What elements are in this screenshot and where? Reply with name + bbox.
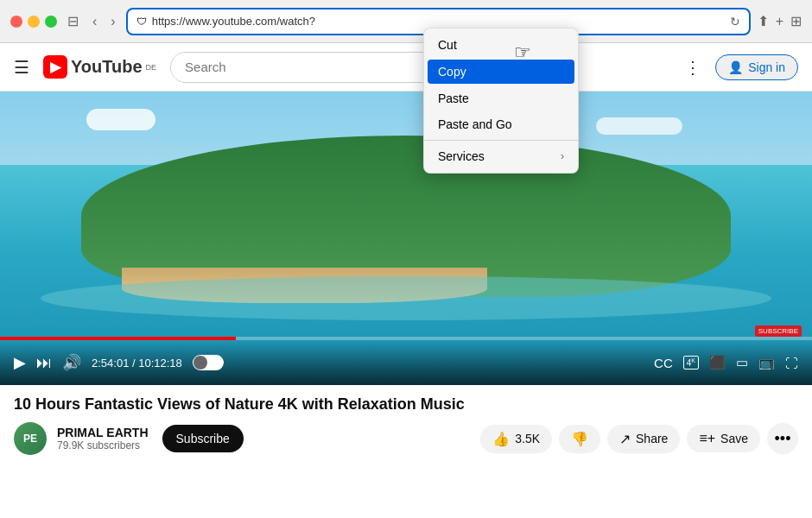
youtube-logo[interactable]: ▶ YouTubeDE bbox=[43, 55, 156, 79]
context-menu: Cut Copy Paste Paste and Go Services › bbox=[423, 28, 579, 174]
thumbs-down-icon: 👎 bbox=[571, 431, 588, 447]
search-input[interactable] bbox=[171, 53, 452, 82]
context-menu-cut[interactable]: Cut bbox=[424, 32, 578, 58]
url-input[interactable] bbox=[152, 15, 725, 28]
video-meta: PE PRIMAL EARTH 79.9K subscribers Subscr… bbox=[14, 422, 798, 455]
video-controls: ▶ ⏭ 🔊 2:54:01 / 10:12:18 CC 4K ⬛ ▭ 📺 ⛶ bbox=[0, 340, 812, 385]
video-title: 10 Hours Fantastic Views of Nature 4K wi… bbox=[14, 395, 798, 414]
subscriber-count: 79.9K subscribers bbox=[57, 439, 149, 452]
like-button[interactable]: 👍 3.5K bbox=[480, 425, 552, 453]
theater-button[interactable]: ▭ bbox=[736, 355, 748, 370]
forward-button[interactable]: › bbox=[107, 12, 118, 31]
more-options-icon[interactable]: ⋮ bbox=[684, 57, 701, 78]
context-menu-copy[interactable]: Copy bbox=[428, 60, 574, 84]
channel-avatar[interactable]: PE bbox=[14, 422, 47, 455]
header-right: ⋮ 👤 Sign in bbox=[684, 54, 798, 80]
user-icon: 👤 bbox=[728, 60, 743, 74]
dislike-button[interactable]: 👎 bbox=[559, 425, 600, 453]
extensions-button[interactable]: ⊞ bbox=[790, 13, 802, 29]
sign-in-button[interactable]: 👤 Sign in bbox=[715, 54, 798, 80]
play-button[interactable]: ▶ bbox=[14, 353, 26, 372]
save-label: Save bbox=[720, 432, 748, 445]
quality-button[interactable]: 4K bbox=[683, 356, 699, 370]
subscribe-badge-text: SUBSCRIBE bbox=[758, 327, 798, 335]
channel-name[interactable]: PRIMAL EARTH bbox=[57, 426, 149, 439]
channel-info: PRIMAL EARTH 79.9K subscribers bbox=[57, 426, 149, 452]
toggle-dot bbox=[193, 356, 207, 370]
subscribe-button[interactable]: Subscribe bbox=[162, 425, 244, 452]
cloud-2 bbox=[596, 117, 682, 135]
reload-button[interactable]: ↻ bbox=[730, 15, 740, 28]
cast-button[interactable]: 📺 bbox=[758, 355, 775, 370]
sidebar-toggle[interactable]: ⊟ bbox=[64, 11, 82, 31]
more-actions-button[interactable]: ••• bbox=[767, 423, 798, 454]
back-button[interactable]: ‹ bbox=[89, 12, 100, 31]
share-button[interactable]: ↗ Share bbox=[607, 425, 680, 453]
save-button[interactable]: ≡+ Save bbox=[687, 425, 760, 452]
browser-actions: ⬆ + ⊞ bbox=[758, 13, 802, 29]
youtube-logo-icon: ▶ bbox=[43, 55, 67, 79]
share-label: Share bbox=[636, 432, 668, 445]
miniplayer-button[interactable]: ⬛ bbox=[709, 355, 726, 370]
action-buttons: 👍 3.5K 👎 ↗ Share ≡+ Save ••• bbox=[480, 423, 798, 454]
youtube-page: ☰ ▶ YouTubeDE 🔍 🎙 ⋮ 👤 Sign in bbox=[0, 43, 812, 455]
captions-button[interactable]: CC bbox=[654, 356, 673, 370]
browser-chrome: ⊟ ‹ › 🛡 ↻ ⬆ + ⊞ Cut Copy Paste Paste and… bbox=[0, 0, 812, 43]
thumbs-up-icon: 👍 bbox=[492, 431, 510, 447]
context-menu-services[interactable]: Services › bbox=[424, 143, 578, 169]
fullscreen-button[interactable] bbox=[45, 16, 57, 28]
context-menu-paste[interactable]: Paste bbox=[424, 85, 578, 111]
volume-button[interactable]: 🔊 bbox=[62, 353, 81, 372]
new-tab-button[interactable]: + bbox=[776, 14, 783, 29]
context-menu-paste-go[interactable]: Paste and Go bbox=[424, 111, 578, 137]
minimize-button[interactable] bbox=[28, 16, 40, 28]
youtube-header: ☰ ▶ YouTubeDE 🔍 🎙 ⋮ 👤 Sign in bbox=[0, 43, 812, 92]
close-button[interactable] bbox=[10, 16, 22, 28]
shallow-water bbox=[41, 276, 771, 320]
ellipsis-icon: ••• bbox=[775, 430, 791, 448]
youtube-region: DE bbox=[146, 63, 157, 72]
menu-separator bbox=[424, 140, 578, 141]
save-icon: ≡+ bbox=[699, 431, 715, 446]
chevron-right-icon: › bbox=[561, 150, 564, 162]
subscribe-badge: SUBSCRIBE bbox=[755, 325, 802, 337]
security-icon: 🛡 bbox=[136, 16, 147, 28]
cloud-1 bbox=[86, 109, 155, 130]
traffic-lights bbox=[10, 16, 57, 28]
video-info: 10 Hours Fantastic Views of Nature 4K wi… bbox=[0, 385, 812, 455]
autoplay-toggle[interactable] bbox=[193, 355, 224, 370]
menu-icon[interactable]: ☰ bbox=[14, 57, 29, 78]
share-icon: ↗ bbox=[619, 431, 631, 447]
fullscreen-button[interactable]: ⛶ bbox=[785, 356, 798, 370]
youtube-logo-text: YouTube bbox=[71, 57, 143, 77]
share-button[interactable]: ⬆ bbox=[758, 13, 769, 29]
like-count: 3.5K bbox=[515, 432, 540, 445]
video-player[interactable]: SUBSCRIBE ▶ ⏭ 🔊 2:54:01 / 10:12:18 CC 4K… bbox=[0, 92, 812, 385]
next-button[interactable]: ⏭ bbox=[36, 354, 52, 372]
video-timestamp: 2:54:01 / 10:12:18 bbox=[92, 357, 182, 370]
